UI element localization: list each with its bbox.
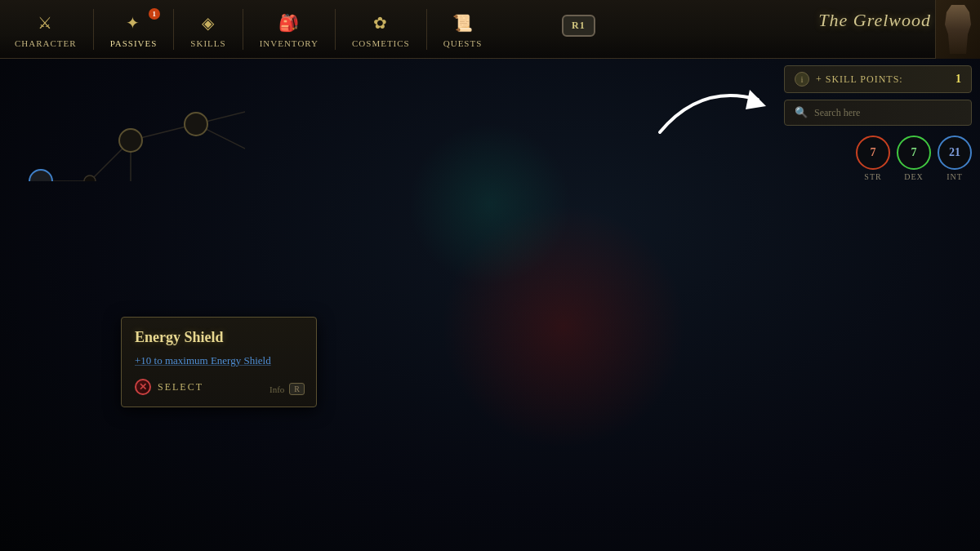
int-value: 21	[938, 136, 972, 170]
nav-label-skills: Skills	[190, 38, 225, 48]
svg-point-58	[84, 176, 96, 181]
dex-value: 7	[897, 136, 931, 170]
nav-divider-4	[335, 9, 336, 50]
stat-str: 7 STR	[856, 136, 890, 181]
nav-item-skills[interactable]: ◈ Skills	[176, 5, 240, 53]
tooltip-select-label: Select	[158, 381, 203, 393]
nav-label-character: Character	[15, 38, 77, 48]
svg-point-59	[119, 129, 142, 152]
tooltip-info: Info R	[270, 383, 305, 395]
info-label: Info	[270, 384, 284, 394]
info-icon[interactable]: i	[795, 72, 809, 87]
str-label: STR	[864, 172, 881, 181]
nav-item-character[interactable]: ⚔ Character	[0, 5, 91, 53]
inventory-icon: 🎒	[276, 10, 302, 36]
location-portrait	[935, 0, 980, 59]
nav-item-passives[interactable]: ✦ Passives 1	[96, 5, 172, 53]
nav-label-passives: Passives	[110, 38, 158, 48]
svg-line-5	[196, 108, 245, 124]
skills-icon: ◈	[195, 10, 221, 36]
search-icon: 🔍	[795, 106, 808, 119]
nav-divider-3	[243, 9, 243, 50]
svg-point-61	[185, 113, 207, 136]
skill-points-bar: i + Skill Points: 1	[784, 65, 972, 93]
nav-item-quests[interactable]: 📜 Quests	[429, 5, 497, 53]
str-value: 7	[856, 136, 890, 170]
cosmetics-icon: ✿	[368, 10, 394, 36]
right-panel: i + Skill Points: 1 🔍 7 STR 7 DEX 21 INT	[784, 65, 972, 181]
tooltip-description: +10 to maximum Energy Shield	[135, 354, 303, 367]
nav-divider-5	[426, 9, 427, 50]
top-navigation: ⚔ Character ✦ Passives 1 ◈ Skills 🎒 Inve…	[0, 0, 980, 59]
int-label: INT	[947, 172, 963, 181]
character-icon: ⚔	[33, 10, 59, 36]
search-input[interactable]	[814, 107, 961, 119]
nav-item-cosmetics[interactable]: ✿ Cosmetics	[337, 5, 425, 53]
search-box[interactable]: 🔍	[784, 100, 972, 126]
info-r-badge: R	[289, 383, 305, 395]
location-name: The Grelwood	[818, 10, 931, 31]
stat-int: 21 INT	[938, 136, 972, 181]
passives-badge: 1	[149, 8, 160, 20]
red-glow-fx	[441, 204, 686, 449]
dex-label: DEX	[904, 172, 924, 181]
nav-label-inventory: Inventory	[260, 38, 318, 48]
nav-label-quests: Quests	[443, 38, 483, 48]
energy-shield-tooltip: Energy Shield +10 to maximum Energy Shie…	[121, 317, 317, 407]
svg-line-6	[196, 124, 245, 157]
select-button-icon: ✕	[135, 379, 151, 395]
stats-row: 7 STR 7 DEX 21 INT	[784, 136, 972, 181]
portrait-silhouette	[942, 5, 974, 54]
skill-points-label: + Skill Points:	[816, 73, 956, 86]
r1-button[interactable]: R1	[562, 15, 595, 37]
svg-line-3	[131, 124, 196, 140]
nav-divider	[93, 9, 94, 50]
tooltip-title: Energy Shield	[135, 329, 303, 346]
skill-tree-canvas	[0, 59, 245, 181]
nav-item-inventory[interactable]: 🎒 Inventory	[245, 5, 333, 53]
nav-label-cosmetics: Cosmetics	[352, 38, 410, 48]
skill-points-value: 1	[956, 73, 961, 86]
stat-dex: 7 DEX	[897, 136, 931, 181]
passives-icon: ✦	[120, 10, 146, 36]
nav-divider-2	[173, 9, 174, 50]
teal-glow-fx	[408, 122, 572, 286]
quests-icon: 📜	[450, 10, 476, 36]
svg-point-87	[29, 170, 52, 181]
svg-line-1	[90, 140, 131, 181]
